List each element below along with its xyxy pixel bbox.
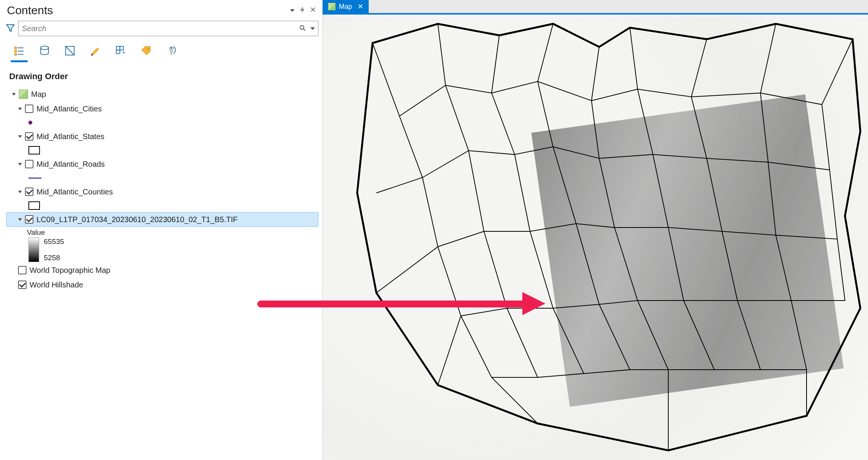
caret-icon[interactable] xyxy=(18,191,22,193)
map-icon xyxy=(328,3,336,10)
map-icon xyxy=(19,90,28,99)
raster-value-block: Value 65535 5258 xyxy=(6,228,318,263)
layer-roads[interactable]: Mid_Atlantic_Roads xyxy=(6,157,318,171)
raster-value-label: Value xyxy=(27,228,318,237)
caret-icon[interactable] xyxy=(12,93,16,96)
layer-states-symbol[interactable] xyxy=(6,144,318,157)
drawing-order-heading: Drawing Order xyxy=(5,58,321,85)
layer-checkbox[interactable] xyxy=(25,215,33,224)
layer-raster[interactable]: LC09_L1TP_017034_20230610_20230610_02_T1… xyxy=(6,212,318,227)
tab-map-label: Map xyxy=(339,3,352,11)
grayscale-ramp-icon xyxy=(28,237,39,262)
point-symbol-icon xyxy=(28,121,32,125)
layer-checkbox[interactable] xyxy=(25,160,33,168)
svg-rect-2 xyxy=(15,50,17,52)
layer-label: Mid_Atlantic_Counties xyxy=(36,186,113,197)
map-view-area: Map ✕ xyxy=(323,0,868,460)
filter-icon[interactable] xyxy=(5,23,15,34)
raster-ramp[interactable]: 65535 5258 xyxy=(27,237,318,263)
raster-ramp-labels: 65535 5258 xyxy=(44,237,64,262)
contents-title: Contents xyxy=(7,4,53,17)
close-icon[interactable] xyxy=(310,7,316,15)
list-by-snapping-button[interactable]: + xyxy=(114,44,128,58)
contents-header: Contents xyxy=(5,2,321,20)
layer-counties[interactable]: Mid_Atlantic_Counties xyxy=(6,184,318,199)
list-by-source-button[interactable] xyxy=(38,44,51,58)
search-icon[interactable] xyxy=(299,24,306,33)
layer-checkbox[interactable] xyxy=(25,132,33,141)
layer-checkbox[interactable] xyxy=(25,105,33,113)
layer-states[interactable]: Mid_Atlantic_States xyxy=(6,129,318,144)
svg-point-10 xyxy=(147,48,149,50)
layer-checkbox[interactable] xyxy=(18,281,27,289)
svg-point-0 xyxy=(300,25,304,29)
layer-counties-symbol[interactable] xyxy=(6,199,318,212)
list-by-perspective-button[interactable] xyxy=(164,44,178,58)
svg-point-4 xyxy=(41,46,49,50)
caret-icon[interactable] xyxy=(18,218,22,221)
layer-label: World Hillshade xyxy=(30,279,83,290)
layer-hillshade[interactable]: World Hillshade xyxy=(6,277,318,292)
close-tab-icon[interactable]: ✕ xyxy=(358,2,363,11)
line-symbol-icon xyxy=(28,178,41,179)
list-by-labeling-button[interactable] xyxy=(139,44,153,58)
layer-roads-symbol[interactable] xyxy=(6,171,318,184)
layer-cities-symbol[interactable] xyxy=(6,116,318,129)
layer-topo[interactable]: World Topographic Map xyxy=(6,263,318,277)
toc-tree: Map Mid_Atlantic_Cities Mid_Atlantic_Sta… xyxy=(5,85,321,294)
boundary-lines xyxy=(323,16,868,460)
list-by-drawing-order-button[interactable] xyxy=(12,44,26,58)
chevron-down-icon[interactable] xyxy=(290,9,295,12)
toc-map-label: Map xyxy=(31,89,46,100)
layer-label: World Topographic Map xyxy=(30,265,111,276)
caret-icon[interactable] xyxy=(18,163,22,166)
raster-max: 65535 xyxy=(44,237,64,246)
svg-text:+: + xyxy=(122,49,126,55)
svg-rect-8 xyxy=(116,50,120,53)
list-by-editing-button[interactable] xyxy=(88,44,102,58)
layer-label: Mid_Atlantic_Cities xyxy=(36,103,102,114)
layer-checkbox[interactable] xyxy=(25,188,33,196)
caret-icon[interactable] xyxy=(18,135,22,138)
layer-checkbox[interactable] xyxy=(18,266,27,274)
toc-map-node[interactable]: Map xyxy=(6,87,318,101)
svg-rect-3 xyxy=(15,53,17,56)
map-canvas[interactable] xyxy=(323,16,868,460)
polygon-symbol-icon xyxy=(28,146,40,154)
layer-cities[interactable]: Mid_Atlantic_Cities xyxy=(6,101,318,116)
layer-label: LC09_L1TP_017034_20230610_20230610_02_T1… xyxy=(36,214,238,225)
search-input[interactable] xyxy=(22,24,299,33)
tab-map[interactable]: Map ✕ xyxy=(323,0,369,13)
view-tab-bar: Map ✕ xyxy=(323,0,868,15)
raster-min: 5258 xyxy=(44,254,64,262)
contents-window-controls xyxy=(290,7,316,15)
search-box[interactable] xyxy=(18,21,318,36)
layer-label: Mid_Atlantic_Roads xyxy=(36,159,105,169)
list-by-selection-button[interactable] xyxy=(63,44,77,58)
svg-point-11 xyxy=(171,47,172,49)
search-row xyxy=(5,20,321,39)
layer-label: Mid_Atlantic_States xyxy=(36,131,104,142)
svg-rect-6 xyxy=(116,46,120,50)
contents-pane: Contents xyxy=(0,0,323,460)
contents-toolbar: + xyxy=(5,39,321,58)
polygon-symbol-icon xyxy=(28,201,40,210)
caret-icon[interactable] xyxy=(18,108,22,110)
chevron-down-icon[interactable] xyxy=(310,27,315,30)
pin-icon[interactable] xyxy=(299,7,305,15)
svg-rect-1 xyxy=(15,47,17,49)
